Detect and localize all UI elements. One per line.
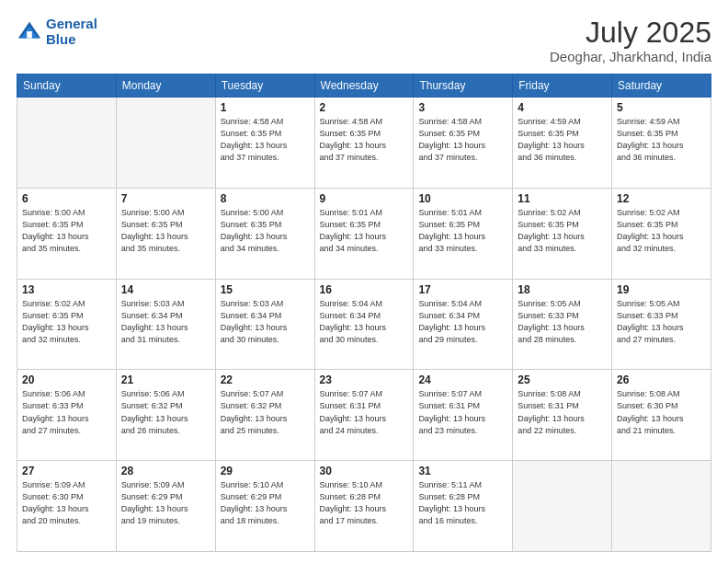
day-number: 31 <box>418 465 507 477</box>
calendar-cell <box>612 461 711 552</box>
day-number: 3 <box>418 101 507 114</box>
page: General Blue July 2025 Deoghar, Jharkhan… <box>0 0 728 563</box>
day-number: 14 <box>121 283 210 296</box>
day-number: 10 <box>418 192 507 205</box>
day-info: Sunrise: 4:59 AM Sunset: 6:35 PM Dayligh… <box>617 116 706 164</box>
day-number: 18 <box>518 283 607 296</box>
day-number: 8 <box>221 192 310 205</box>
day-info: Sunrise: 5:00 AM Sunset: 6:35 PM Dayligh… <box>221 207 310 255</box>
col-saturday: Saturday <box>612 75 711 98</box>
day-info: Sunrise: 5:00 AM Sunset: 6:35 PM Dayligh… <box>22 207 111 255</box>
day-number: 23 <box>320 373 409 386</box>
calendar-cell: 31Sunrise: 5:11 AM Sunset: 6:28 PM Dayli… <box>414 461 513 552</box>
day-number: 28 <box>121 465 210 477</box>
day-number: 12 <box>617 192 706 205</box>
day-info: Sunrise: 5:03 AM Sunset: 6:34 PM Dayligh… <box>221 298 310 346</box>
col-thursday: Thursday <box>414 75 513 98</box>
calendar-cell: 22Sunrise: 5:07 AM Sunset: 6:32 PM Dayli… <box>215 370 314 461</box>
header: General Blue July 2025 Deoghar, Jharkhan… <box>17 17 711 64</box>
week-row-3: 13Sunrise: 5:02 AM Sunset: 6:35 PM Dayli… <box>17 279 711 370</box>
calendar-cell: 11Sunrise: 5:02 AM Sunset: 6:35 PM Dayli… <box>513 188 612 279</box>
day-number: 2 <box>320 101 409 114</box>
calendar-cell: 16Sunrise: 5:04 AM Sunset: 6:34 PM Dayli… <box>314 279 414 370</box>
day-info: Sunrise: 5:09 AM Sunset: 6:29 PM Dayligh… <box>121 479 210 527</box>
day-number: 20 <box>22 373 111 386</box>
day-info: Sunrise: 5:00 AM Sunset: 6:35 PM Dayligh… <box>121 207 210 255</box>
week-row-2: 6Sunrise: 5:00 AM Sunset: 6:35 PM Daylig… <box>17 188 711 279</box>
day-info: Sunrise: 5:11 AM Sunset: 6:28 PM Dayligh… <box>418 479 507 527</box>
main-title: July 2025 <box>550 17 711 49</box>
calendar-cell: 5Sunrise: 4:59 AM Sunset: 6:35 PM Daylig… <box>612 98 711 189</box>
calendar-cell: 4Sunrise: 4:59 AM Sunset: 6:35 PM Daylig… <box>513 98 612 189</box>
week-row-5: 27Sunrise: 5:09 AM Sunset: 6:30 PM Dayli… <box>17 461 711 552</box>
day-info: Sunrise: 5:10 AM Sunset: 6:28 PM Dayligh… <box>320 479 409 527</box>
calendar-cell: 14Sunrise: 5:03 AM Sunset: 6:34 PM Dayli… <box>116 279 215 370</box>
day-number: 25 <box>518 373 607 386</box>
day-info: Sunrise: 5:01 AM Sunset: 6:35 PM Dayligh… <box>320 207 409 255</box>
calendar-cell: 17Sunrise: 5:04 AM Sunset: 6:34 PM Dayli… <box>414 279 513 370</box>
day-info: Sunrise: 5:07 AM Sunset: 6:31 PM Dayligh… <box>418 388 507 436</box>
day-number: 19 <box>617 283 706 296</box>
day-info: Sunrise: 5:08 AM Sunset: 6:31 PM Dayligh… <box>518 388 607 436</box>
day-number: 15 <box>221 283 310 296</box>
calendar-cell: 23Sunrise: 5:07 AM Sunset: 6:31 PM Dayli… <box>314 370 414 461</box>
title-block: July 2025 Deoghar, Jharkhand, India <box>550 17 711 64</box>
col-monday: Monday <box>116 75 215 98</box>
day-number: 4 <box>518 101 607 114</box>
calendar-cell: 3Sunrise: 4:58 AM Sunset: 6:35 PM Daylig… <box>414 98 513 189</box>
day-number: 1 <box>221 101 310 114</box>
day-number: 9 <box>320 192 409 205</box>
day-number: 5 <box>617 101 706 114</box>
logo-line1: General <box>46 16 97 31</box>
calendar-cell: 18Sunrise: 5:05 AM Sunset: 6:33 PM Dayli… <box>513 279 612 370</box>
day-number: 22 <box>221 373 310 386</box>
day-number: 16 <box>320 283 409 296</box>
calendar-cell: 6Sunrise: 5:00 AM Sunset: 6:35 PM Daylig… <box>17 188 117 279</box>
day-info: Sunrise: 5:06 AM Sunset: 6:33 PM Dayligh… <box>22 388 111 436</box>
calendar-cell: 21Sunrise: 5:06 AM Sunset: 6:32 PM Dayli… <box>116 370 215 461</box>
day-number: 21 <box>121 373 210 386</box>
day-number: 27 <box>22 465 111 477</box>
calendar-cell: 1Sunrise: 4:58 AM Sunset: 6:35 PM Daylig… <box>215 98 314 189</box>
day-info: Sunrise: 5:02 AM Sunset: 6:35 PM Dayligh… <box>22 298 111 346</box>
calendar-cell: 25Sunrise: 5:08 AM Sunset: 6:31 PM Dayli… <box>513 370 612 461</box>
day-number: 7 <box>121 192 210 205</box>
day-info: Sunrise: 5:03 AM Sunset: 6:34 PM Dayligh… <box>121 298 210 346</box>
calendar-cell: 10Sunrise: 5:01 AM Sunset: 6:35 PM Dayli… <box>414 188 513 279</box>
day-info: Sunrise: 5:05 AM Sunset: 6:33 PM Dayligh… <box>617 298 706 346</box>
calendar-cell: 19Sunrise: 5:05 AM Sunset: 6:33 PM Dayli… <box>612 279 711 370</box>
calendar-cell: 9Sunrise: 5:01 AM Sunset: 6:35 PM Daylig… <box>314 188 414 279</box>
calendar-cell <box>116 98 215 189</box>
col-sunday: Sunday <box>17 75 117 98</box>
calendar-cell: 7Sunrise: 5:00 AM Sunset: 6:35 PM Daylig… <box>116 188 215 279</box>
day-info: Sunrise: 5:01 AM Sunset: 6:35 PM Dayligh… <box>418 207 507 255</box>
calendar-cell <box>17 98 117 189</box>
day-info: Sunrise: 5:04 AM Sunset: 6:34 PM Dayligh… <box>418 298 507 346</box>
calendar-cell <box>513 461 612 552</box>
calendar-cell: 20Sunrise: 5:06 AM Sunset: 6:33 PM Dayli… <box>17 370 117 461</box>
calendar-cell: 26Sunrise: 5:08 AM Sunset: 6:30 PM Dayli… <box>612 370 711 461</box>
calendar-cell: 8Sunrise: 5:00 AM Sunset: 6:35 PM Daylig… <box>215 188 314 279</box>
day-info: Sunrise: 4:58 AM Sunset: 6:35 PM Dayligh… <box>418 116 507 164</box>
day-number: 17 <box>418 283 507 296</box>
day-info: Sunrise: 5:07 AM Sunset: 6:31 PM Dayligh… <box>320 388 409 436</box>
day-info: Sunrise: 5:10 AM Sunset: 6:29 PM Dayligh… <box>221 479 310 527</box>
day-info: Sunrise: 5:09 AM Sunset: 6:30 PM Dayligh… <box>22 479 111 527</box>
day-info: Sunrise: 5:04 AM Sunset: 6:34 PM Dayligh… <box>320 298 409 346</box>
calendar-cell: 27Sunrise: 5:09 AM Sunset: 6:30 PM Dayli… <box>17 461 117 552</box>
logo-icon <box>17 19 42 45</box>
calendar-cell: 2Sunrise: 4:58 AM Sunset: 6:35 PM Daylig… <box>314 98 414 189</box>
col-friday: Friday <box>513 75 612 98</box>
calendar-cell: 15Sunrise: 5:03 AM Sunset: 6:34 PM Dayli… <box>215 279 314 370</box>
calendar-cell: 28Sunrise: 5:09 AM Sunset: 6:29 PM Dayli… <box>116 461 215 552</box>
day-info: Sunrise: 4:59 AM Sunset: 6:35 PM Dayligh… <box>518 116 607 164</box>
calendar-cell: 13Sunrise: 5:02 AM Sunset: 6:35 PM Dayli… <box>17 279 117 370</box>
day-info: Sunrise: 5:02 AM Sunset: 6:35 PM Dayligh… <box>518 207 607 255</box>
day-number: 6 <box>22 192 111 205</box>
day-info: Sunrise: 5:05 AM Sunset: 6:33 PM Dayligh… <box>518 298 607 346</box>
day-number: 11 <box>518 192 607 205</box>
calendar-cell: 12Sunrise: 5:02 AM Sunset: 6:35 PM Dayli… <box>612 188 711 279</box>
day-number: 29 <box>221 465 310 477</box>
day-info: Sunrise: 5:07 AM Sunset: 6:32 PM Dayligh… <box>221 388 310 436</box>
col-tuesday: Tuesday <box>215 75 314 98</box>
